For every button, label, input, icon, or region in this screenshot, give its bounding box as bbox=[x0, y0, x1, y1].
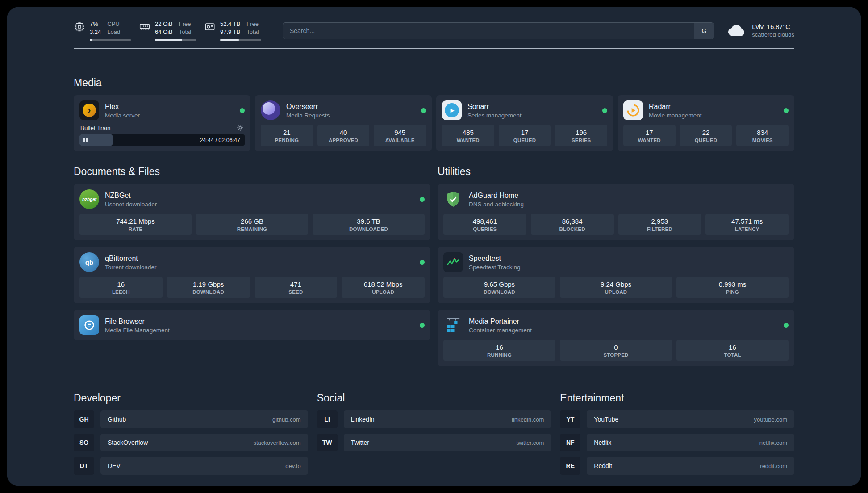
service-link-radarr[interactable]: Radarr Movie management bbox=[623, 100, 789, 120]
service-link-adguard[interactable]: AdGuard Home DNS and adblocking bbox=[443, 189, 789, 209]
entertainment-column: Entertainment YT YouTubeyoutube.com NF N… bbox=[560, 392, 794, 480]
bookmark-row-twitter: TW Twittertwitter.com bbox=[317, 434, 551, 451]
service-link-speedtest[interactable]: Speedtest Speedtest Tracking bbox=[443, 252, 789, 272]
bookmark-abbr[interactable]: SO bbox=[74, 434, 94, 451]
section-title-utilities: Utilities bbox=[438, 166, 794, 178]
stat-tile: 498,461QUERIES bbox=[443, 214, 526, 235]
service-link-portainer[interactable]: Media Portainer Container management bbox=[443, 315, 789, 335]
disk-free-value: 52.4 TB bbox=[220, 20, 240, 28]
portainer-icon bbox=[443, 315, 463, 335]
stat-tile: 16TOTAL bbox=[676, 340, 789, 361]
bookmark-link[interactable]: LinkedInlinkedin.com bbox=[344, 410, 551, 428]
service-link-plex[interactable]: › Plex Media server bbox=[79, 100, 245, 120]
bookmark-link[interactable]: Netflixnetflix.com bbox=[587, 434, 794, 451]
ram-progress-bar bbox=[155, 39, 196, 41]
weather-widget: Lviv, 16.87°C scattered clouds bbox=[727, 23, 794, 38]
stat-tile: 744.21 MbpsRATE bbox=[79, 214, 192, 235]
now-playing-row: Bullet Train bbox=[79, 124, 245, 131]
stat-tile: 1.19 GbpsDOWNLOAD bbox=[167, 277, 250, 298]
topbar: 7% 3.24 CPU Load bbox=[74, 20, 794, 41]
service-link-nzbget[interactable]: nzbget NZBGet Usenet downloader bbox=[79, 189, 425, 209]
documents-column: Documents & Files nzbget NZBGet Usenet d… bbox=[74, 166, 430, 366]
cpu-percent: 7% bbox=[90, 20, 101, 28]
bookmark-row-youtube: YT YouTubeyoutube.com bbox=[560, 410, 794, 428]
stat-tile: 196SERIES bbox=[555, 125, 607, 146]
gear-icon[interactable] bbox=[237, 124, 244, 131]
bookmark-link[interactable]: Redditreddit.com bbox=[587, 457, 794, 475]
media-player-bar[interactable]: 24:44 / 02:06:47 bbox=[79, 134, 245, 146]
service-link-sonarr[interactable]: ▶ Sonarr Series management bbox=[442, 100, 607, 120]
service-card-adguard: AdGuard Home DNS and adblocking 498,461Q… bbox=[438, 184, 794, 240]
search-input[interactable] bbox=[283, 23, 694, 39]
stat-tile: 17QUEUED bbox=[499, 125, 551, 146]
bookmark-abbr[interactable]: DT bbox=[74, 457, 94, 475]
service-card-sonarr: ▶ Sonarr Series management 485WANTED 17Q… bbox=[436, 95, 613, 151]
section-title-entertainment: Entertainment bbox=[560, 392, 794, 404]
status-dot bbox=[421, 108, 426, 113]
bookmark-row-dev: DT DEVdev.to bbox=[74, 457, 308, 475]
service-name: Radarr bbox=[649, 102, 702, 111]
service-link-filebrowser[interactable]: File Browser Media File Management bbox=[79, 315, 425, 335]
service-subtitle: Series management bbox=[467, 112, 522, 119]
search-provider-button[interactable]: G bbox=[694, 23, 714, 39]
service-subtitle: Torrent downloader bbox=[105, 264, 157, 271]
stat-tile: 834MOVIES bbox=[736, 125, 789, 146]
service-name: Overseerr bbox=[286, 102, 330, 111]
sonarr-icon: ▶ bbox=[442, 100, 462, 120]
filebrowser-icon bbox=[79, 315, 99, 335]
cpu-load-value: 3.24 bbox=[90, 28, 101, 36]
status-dot bbox=[240, 108, 245, 113]
bookmark-link[interactable]: YouTubeyoutube.com bbox=[587, 410, 794, 428]
social-column: Social LI LinkedInlinkedin.com TW Twitte… bbox=[317, 392, 551, 480]
service-link-qbittorrent[interactable]: qb qBittorrent Torrent downloader bbox=[79, 252, 425, 272]
stats-row: 16RUNNING 0STOPPED 16TOTAL bbox=[443, 340, 789, 361]
overseerr-icon bbox=[261, 100, 280, 120]
service-name: qBittorrent bbox=[105, 254, 157, 263]
bookmark-link[interactable]: StackOverflowstackoverflow.com bbox=[100, 434, 308, 451]
bookmark-abbr[interactable]: TW bbox=[317, 434, 338, 451]
dashboard-screen: 7% 3.24 CPU Load bbox=[7, 7, 861, 486]
stats-row: 21PENDING 40APPROVED 945AVAILABLE bbox=[261, 125, 426, 146]
service-subtitle: Container management bbox=[469, 327, 532, 334]
stat-tile: 16LEECH bbox=[79, 277, 163, 298]
bookmark-abbr[interactable]: GH bbox=[74, 410, 94, 428]
status-dot bbox=[420, 260, 425, 265]
bookmark-row-github: GH Githubgithub.com bbox=[74, 410, 308, 428]
qbittorrent-icon: qb bbox=[79, 252, 99, 272]
service-name: AdGuard Home bbox=[469, 191, 524, 200]
pause-icon[interactable] bbox=[83, 138, 88, 142]
stat-tile: 485WANTED bbox=[442, 125, 494, 146]
status-dot bbox=[784, 323, 789, 328]
stat-tile: 39.6 TBDOWNLOADED bbox=[313, 214, 425, 235]
bookmark-abbr[interactable]: RE bbox=[560, 457, 580, 475]
bookmark-abbr[interactable]: LI bbox=[317, 410, 338, 428]
stat-tile: 0.993 msPING bbox=[676, 277, 789, 298]
stat-tile: 266 GBREMAINING bbox=[196, 214, 308, 235]
stats-row: 17WANTED 22QUEUED 834MOVIES bbox=[623, 125, 789, 146]
bookmark-link[interactable]: Githubgithub.com bbox=[100, 410, 308, 428]
stat-tile: 9.24 GbpsUPLOAD bbox=[560, 277, 672, 298]
disk-total-label: Total bbox=[246, 28, 259, 36]
media-grid: › Plex Media server Bullet Train 24:44 /… bbox=[74, 95, 794, 151]
ram-widget: 22 GiB 64 GiB Free Total bbox=[139, 20, 196, 41]
service-subtitle: DNS and adblocking bbox=[469, 201, 524, 208]
stat-tile: 0STOPPED bbox=[560, 340, 672, 361]
section-title-media: Media bbox=[74, 77, 794, 89]
bookmark-link[interactable]: Twittertwitter.com bbox=[344, 434, 551, 451]
ram-total-value: 64 GiB bbox=[155, 28, 173, 36]
stats-row: 744.21 MbpsRATE 266 GBREMAINING 39.6 TBD… bbox=[79, 214, 425, 235]
bookmark-row-reddit: RE Redditreddit.com bbox=[560, 457, 794, 475]
stat-tile: 618.52 MbpsUPLOAD bbox=[342, 277, 425, 298]
bookmark-link[interactable]: DEVdev.to bbox=[100, 457, 308, 475]
service-name: Plex bbox=[105, 102, 140, 111]
status-dot bbox=[420, 323, 425, 328]
service-card-portainer: Media Portainer Container management 16R… bbox=[438, 310, 794, 366]
plex-icon: › bbox=[79, 100, 99, 120]
bookmark-abbr[interactable]: NF bbox=[560, 434, 580, 451]
service-link-overseerr[interactable]: Overseerr Media Requests bbox=[261, 100, 426, 120]
stats-row: 16LEECH 1.19 GbpsDOWNLOAD 471SEED 618.52… bbox=[79, 277, 425, 298]
disk-total-value: 97.9 TB bbox=[220, 28, 240, 36]
ram-icon bbox=[139, 20, 150, 41]
bookmark-abbr[interactable]: YT bbox=[560, 410, 580, 428]
section-title-developer: Developer bbox=[74, 392, 308, 404]
